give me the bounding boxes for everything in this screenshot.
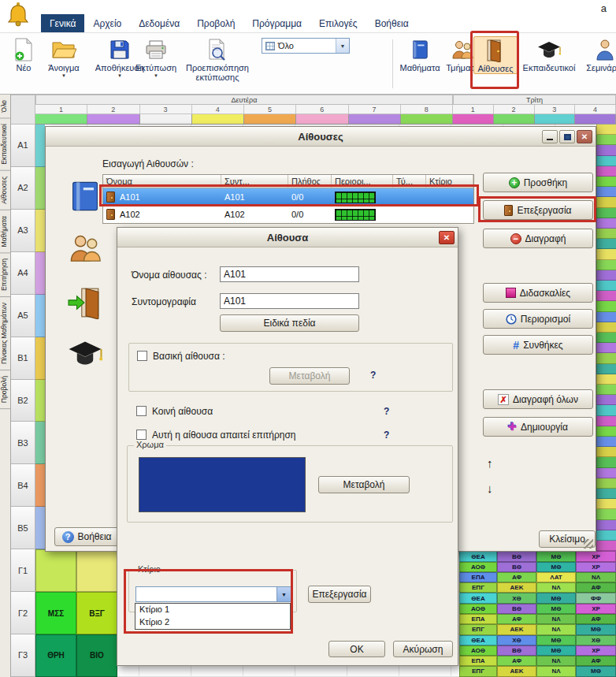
- menu-item-Επιλογές[interactable]: Επιλογές: [310, 14, 366, 32]
- toolbar-print-button[interactable]: Εκτύπωση ▼: [134, 36, 178, 79]
- basic-room-checkbox[interactable]: [137, 351, 147, 361]
- timetable-cell-ΑΟΘ[interactable]: ΑΟΘ: [459, 562, 497, 572]
- timetable-cell-ΝΛ[interactable]: ΝΛ: [536, 614, 576, 624]
- row-header-B2[interactable]: B2: [10, 380, 35, 422]
- toolbar-seminars-button[interactable]: Σεμινάρια: [583, 36, 616, 73]
- edit-room-button[interactable]: Επεξεργασία: [483, 200, 593, 220]
- timetable-cell-ΑΕΚ[interactable]: ΑΕΚ: [497, 582, 536, 593]
- timetable-cell-ΜΘ[interactable]: ΜΘ: [536, 562, 576, 572]
- side-tab-Επιτήρηση[interactable]: Επιτήρηση: [0, 253, 10, 297]
- menu-item-Αρχείο[interactable]: Αρχείο: [84, 14, 130, 32]
- maximize-button[interactable]: [559, 130, 575, 143]
- timetable-cell-ΑΦ[interactable]: ΑΦ: [497, 572, 536, 582]
- toolbar-print-preview-button[interactable]: Προεπισκόπηση εκτύπωσης: [180, 36, 255, 83]
- chevron-down-icon[interactable]: ▼: [154, 73, 158, 79]
- timetable-cell-ΧΘ[interactable]: ΧΘ: [497, 635, 536, 645]
- timetable-cell-ΕΠΑ[interactable]: ΕΠΑ: [459, 656, 497, 666]
- timetable-cell-ΒΘ[interactable]: ΒΘ: [497, 551, 536, 561]
- row-header-B1[interactable]: B1: [10, 337, 35, 380]
- basic-room-change-button[interactable]: Μεταβολή: [269, 367, 350, 385]
- timetable-cell-ΑΦ[interactable]: ΑΦ: [576, 614, 616, 624]
- side-tab-Όλο[interactable]: Όλο: [0, 95, 10, 118]
- timetable-cell-ΕΠΑ[interactable]: ΕΠΑ: [459, 614, 497, 624]
- toolbar-new-button[interactable]: Νέο: [6, 36, 41, 73]
- timetable-cell-ΘΕΑ[interactable]: ΘΕΑ: [459, 551, 497, 561]
- help-button[interactable]: ? Βοήθεια: [54, 527, 119, 546]
- building-option-Κτίριο 1[interactable]: Κτίριο 1: [135, 604, 290, 616]
- timetable-cell[interactable]: [76, 549, 117, 592]
- toolbar-teachers-button[interactable]: Εκπαιδευτικοί: [518, 36, 580, 73]
- create-button[interactable]: ✚ Δημιουργία: [483, 417, 593, 437]
- timetable-cell-ΑΦ[interactable]: ΑΦ: [497, 614, 536, 624]
- rooms-table-row-A101[interactable]: A101A1010/0: [103, 188, 473, 206]
- timetable-cell-ΑΕΚ[interactable]: ΑΕΚ: [497, 666, 536, 676]
- chevron-down-icon[interactable]: ▼: [276, 587, 291, 601]
- row-header-A1[interactable]: A1: [10, 125, 35, 167]
- menu-item-Προβολή[interactable]: Προβολή: [188, 14, 243, 32]
- column-header-Περιορι...[interactable]: Περιορι...: [332, 175, 393, 188]
- help-question-mark[interactable]: ?: [384, 406, 389, 417]
- help-question-mark[interactable]: ?: [370, 370, 376, 381]
- supervision-checkbox[interactable]: [136, 430, 147, 440]
- timetable-cell-ΜΣΣ[interactable]: ΜΣΣ: [35, 592, 76, 634]
- timetable-cell-ΕΠΓ[interactable]: ΕΠΓ: [459, 666, 497, 676]
- shared-room-checkbox[interactable]: [136, 406, 147, 416]
- chevron-down-icon[interactable]: ▼: [336, 39, 349, 53]
- special-fields-button[interactable]: Ειδικά πεδία: [220, 314, 359, 332]
- column-header-Συντ...[interactable]: Συντ...: [221, 175, 288, 188]
- ok-button[interactable]: OK: [328, 641, 385, 657]
- chevron-down-icon[interactable]: ▼: [117, 73, 122, 79]
- timetable-cell-ΝΛ[interactable]: ΝΛ: [536, 666, 576, 676]
- timetable-cell-ΒΞΓ[interactable]: ΒΞΓ: [76, 592, 117, 634]
- building-edit-button[interactable]: Επεξεργασία: [308, 586, 371, 603]
- timetable-cell-ΑΦ[interactable]: ΑΦ: [576, 582, 616, 593]
- timetable-cell-ΕΠΑ[interactable]: ΕΠΑ: [459, 572, 497, 582]
- timetable-cell-ΑΟΘ[interactable]: ΑΟΘ: [459, 645, 497, 656]
- restrictions-button[interactable]: Περιορισμοί: [483, 309, 593, 329]
- timetable-cell-ΝΛ[interactable]: ΝΛ: [536, 656, 576, 666]
- timetable-cell-ΘΕΑ[interactable]: ΘΕΑ: [459, 593, 497, 603]
- timetable-cell-ΧΡ[interactable]: ΧΡ: [576, 562, 616, 572]
- timetable-cell-ΑΕΚ[interactable]: ΑΕΚ: [497, 624, 536, 634]
- move-down-arrow[interactable]: ↓: [487, 482, 493, 495]
- rooms-dialog-titlebar[interactable]: Αίθουσες ✕: [46, 127, 596, 147]
- timetable-cell-ΧΘ[interactable]: ΧΘ: [497, 593, 536, 603]
- timetable-cell-ΜΘ[interactable]: ΜΘ: [576, 624, 616, 634]
- room-dialog-titlebar[interactable]: Αίθουσα ✕: [117, 228, 458, 247]
- column-header-Τύ...[interactable]: Τύ...: [393, 175, 426, 188]
- timetable-cell-ΧΡ[interactable]: ΧΡ: [576, 551, 616, 561]
- side-tab-Εκπαιδευτικοί[interactable]: Εκπαιδευτικοί: [0, 118, 10, 171]
- row-header-Γ1[interactable]: Γ1: [10, 549, 35, 592]
- timetable-cell-ΜΘ[interactable]: ΜΘ: [536, 635, 576, 645]
- teachings-button[interactable]: Διδασκαλίες: [483, 283, 593, 303]
- timetable-cell-ΘΕΑ[interactable]: ΘΕΑ: [459, 635, 497, 645]
- timetable-cell-ΕΠΓ[interactable]: ΕΠΓ: [459, 582, 497, 593]
- side-tab-Προβολή[interactable]: Προβολή: [0, 370, 10, 409]
- timetable-cell-ΝΛ[interactable]: ΝΛ: [576, 572, 616, 582]
- toolbar-rooms-button[interactable]: Αίθουσες: [473, 36, 518, 74]
- room-abbr-input[interactable]: [220, 293, 359, 309]
- column-header-Πλήθος[interactable]: Πλήθος: [288, 175, 332, 188]
- delete-all-button[interactable]: ✗ Διαγραφή όλων: [483, 389, 593, 409]
- add-room-button[interactable]: + Προσθήκη: [483, 173, 593, 192]
- chevron-down-icon[interactable]: ▼: [61, 73, 66, 79]
- timetable-cell-ΕΠΓ[interactable]: ΕΠΓ: [459, 624, 497, 634]
- timetable-cell-ΘΡΗ[interactable]: ΘΡΗ: [35, 634, 76, 677]
- timetable-cell-ΜΘ[interactable]: ΜΘ: [536, 593, 576, 603]
- side-tab-Πίνακας Μαθημάτων[interactable]: Πίνακας Μαθημάτων: [0, 297, 10, 370]
- side-tab-Αίθουσες[interactable]: Αίθουσες: [0, 171, 10, 210]
- timetable-cell-ΒΙΟ[interactable]: ΒΙΟ: [76, 634, 117, 677]
- timetable-cell[interactable]: [35, 549, 76, 592]
- row-header-Γ3[interactable]: Γ3: [10, 634, 35, 677]
- timetable-cell-ΑΦ[interactable]: ΑΦ: [576, 656, 616, 666]
- timetable-cell-ΒΘ[interactable]: ΒΘ: [497, 604, 536, 614]
- timetable-cell-ΧΡ[interactable]: ΧΡ: [576, 604, 616, 614]
- row-header-B4[interactable]: B4: [10, 464, 35, 507]
- row-header-B5[interactable]: B5: [10, 507, 35, 549]
- timetable-cell-ΧΘ[interactable]: ΧΘ: [576, 635, 616, 645]
- timetable-cell-ΝΛ[interactable]: ΝΛ: [536, 624, 576, 634]
- cancel-button[interactable]: Ακύρωση: [393, 641, 453, 657]
- menu-item-Δεδομένα[interactable]: Δεδομένα: [130, 14, 188, 32]
- menu-item-Βοήθεια[interactable]: Βοήθεια: [366, 14, 417, 32]
- column-header-Όνομα[interactable]: Όνομα: [103, 175, 221, 188]
